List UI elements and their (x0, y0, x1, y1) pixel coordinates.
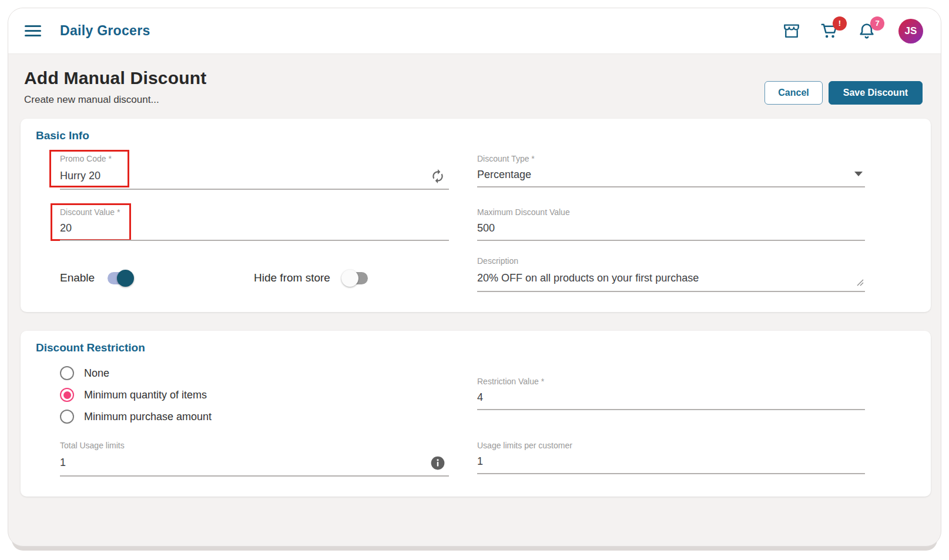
promo-code-field: Promo Code * (60, 154, 449, 190)
promo-code-input[interactable] (60, 170, 430, 187)
resize-handle-icon[interactable] (857, 278, 864, 289)
discount-restriction-card: Discount Restriction None Minimum quanti… (21, 331, 931, 497)
restriction-radio-group: None Minimum quantity of items Minimum p… (60, 366, 449, 424)
total-usage-field: Total Usage limits (60, 441, 449, 477)
discount-value-label: Discount Value * (60, 207, 449, 217)
avatar[interactable]: JS (898, 19, 923, 43)
total-usage-input[interactable] (60, 457, 430, 474)
radio-option-none[interactable]: None (60, 366, 449, 380)
max-discount-value-input[interactable] (477, 222, 865, 240)
chevron-down-icon (854, 172, 863, 176)
max-discount-value-label: Maximum Discount Value (477, 207, 865, 217)
discount-type-select[interactable] (477, 169, 865, 187)
radio-icon[interactable] (60, 388, 74, 402)
page-subtitle: Create new manual discount... (24, 94, 206, 106)
brand-title: Daily Grocers (60, 23, 150, 39)
save-discount-button[interactable]: Save Discount (829, 81, 923, 105)
notification-badge: 7 (870, 16, 884, 31)
info-icon[interactable] (430, 455, 445, 471)
description-textarea[interactable]: 20% OFF on all products on your first pu… (477, 271, 865, 291)
radio-label: None (84, 367, 109, 380)
app-window: Daily Grocers ! (8, 8, 941, 546)
page-head: Add Manual Discount Create new manual di… (21, 54, 928, 106)
radio-option-min-purchase[interactable]: Minimum purchase amount (60, 410, 449, 424)
store-icon[interactable] (782, 21, 802, 41)
page-title: Add Manual Discount (24, 68, 206, 88)
cancel-button[interactable]: Cancel (764, 81, 822, 105)
basic-info-heading: Basic Info (36, 129, 931, 142)
description-field: Description 20% OFF on all products on y… (477, 256, 865, 292)
radio-label: Minimum quantity of items (84, 389, 207, 401)
app-header: Daily Grocers ! (8, 8, 941, 54)
discount-type-value[interactable] (477, 169, 854, 186)
usage-per-customer-label: Usage limits per customer (477, 441, 865, 450)
radio-icon[interactable] (60, 366, 74, 380)
radio-label: Minimum purchase amount (84, 411, 212, 423)
discount-type-field: Discount Type * (477, 154, 865, 187)
total-usage-label: Total Usage limits (60, 441, 449, 450)
usage-per-customer-field: Usage limits per customer (477, 441, 865, 474)
hide-from-store-toggle[interactable] (343, 272, 368, 284)
enable-toggle-label: Enable (60, 271, 95, 284)
discount-value-input[interactable] (60, 222, 449, 240)
restriction-value-label: Restriction Value * (477, 377, 865, 386)
radio-icon[interactable] (60, 410, 74, 424)
basic-info-card: Basic Info Promo Code * (21, 119, 931, 312)
enable-toggle[interactable] (108, 272, 132, 284)
notifications-icon[interactable]: 7 (857, 21, 877, 41)
promo-code-label: Promo Code * (60, 154, 449, 163)
menu-icon[interactable] (25, 25, 41, 36)
cart-badge: ! (833, 16, 847, 31)
hide-from-store-toggle-label: Hide from store (254, 271, 330, 284)
restriction-value-field: Restriction Value * (477, 377, 865, 410)
radio-option-min-quantity[interactable]: Minimum quantity of items (60, 388, 449, 402)
description-label: Description (477, 256, 865, 266)
discount-type-label: Discount Type * (477, 154, 865, 163)
restriction-value-input[interactable] (477, 391, 865, 409)
cart-icon[interactable]: ! (820, 21, 840, 41)
generate-code-icon[interactable] (430, 169, 445, 184)
discount-value-field: Discount Value * (60, 207, 449, 241)
discount-restriction-heading: Discount Restriction (36, 341, 931, 354)
max-discount-value-field: Maximum Discount Value (477, 207, 865, 241)
usage-per-customer-input[interactable] (477, 455, 865, 473)
